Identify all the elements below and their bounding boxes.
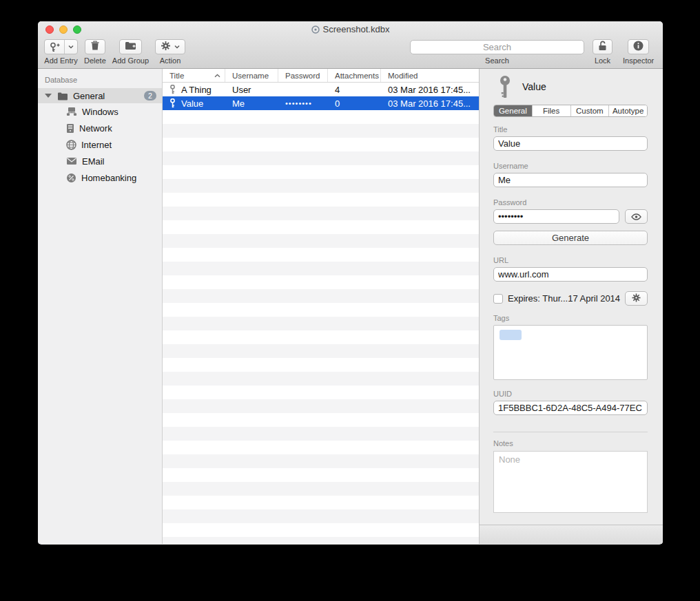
inspector-label: Inspector [623,56,654,65]
action-button[interactable] [155,39,185,54]
password-label: Password [493,198,648,207]
inspector-footer [480,525,663,544]
column-header-password[interactable]: Password [278,69,328,82]
sidebar: Database General 2 Windows Network [38,69,163,544]
expiry-settings-button[interactable] [625,291,648,306]
tags-box[interactable] [493,325,648,380]
key-icon [497,75,513,98]
tab-general[interactable]: General [494,105,533,116]
action-label: Action [160,56,181,65]
add-group-label: Add Group [112,56,149,65]
expires-label: Expires: Thur...17 April 2014 [508,293,625,304]
entry-modified: 03 Mar 2016 17:45... [381,98,479,109]
entry-modified: 03 Mar 2016 17:45... [381,85,479,95]
delete-item: Delete [84,39,106,65]
url-label: URL [493,256,648,264]
add-entry-label: Add Entry [44,56,77,65]
title-field[interactable] [493,136,648,151]
table-row[interactable]: A Thing User 4 03 Mar 2016 17:45... [163,83,479,96]
lock-label: Lock [595,56,610,65]
column-header-modified[interactable]: Modified [381,69,479,82]
folder-icon [57,92,68,101]
generate-button[interactable]: Generate [493,231,648,245]
homebanking-group-icon [66,173,76,183]
expires-checkbox[interactable] [493,294,503,304]
entry-attachments: 4 [328,85,381,95]
sidebar-item-label: Windows [82,107,119,117]
sidebar-item-general[interactable]: General 2 [38,88,162,103]
add-group-button[interactable] [119,39,142,54]
uuid-label: UUID [493,390,648,398]
search-input[interactable] [410,40,584,54]
titlebar: Screenshot.kdbx [38,21,663,38]
content: Database General 2 Windows Network [38,69,663,544]
add-entry-dropdown[interactable] [64,40,77,54]
inspector-button[interactable] [628,39,649,54]
search-item: Search [410,40,584,65]
title-label: Title [493,125,648,134]
gear-icon [161,41,171,54]
delete-button[interactable] [85,39,105,54]
document-icon [311,25,320,36]
entry-table: Title Username Password Attachments Modi… [163,69,479,544]
tag-pill[interactable] [500,330,522,340]
url-field[interactable] [493,267,648,282]
eye-icon [631,211,641,223]
sidebar-item-label: General [73,91,144,101]
uuid-field[interactable] [493,401,648,415]
section-divider [493,432,648,432]
column-header-username[interactable]: Username [225,69,278,82]
password-field[interactable] [493,209,619,224]
notes-label: Notes [493,439,648,447]
reveal-password-button[interactable] [625,209,648,224]
email-group-icon [66,157,77,165]
sidebar-item-label: Homebanking [81,173,136,183]
column-header-title[interactable]: Title [163,69,225,82]
entry-title: Value [181,98,203,109]
sidebar-item-label: Internet [81,140,112,150]
tab-files[interactable]: Files [533,105,571,116]
table-body: A Thing User 4 03 Mar 2016 17:45... Valu… [163,83,479,544]
table-row-selected[interactable]: Value Me •••••••• 0 03 Mar 2016 17:45... [163,96,479,110]
info-icon [633,41,644,54]
entry-attachments: 0 [328,98,381,109]
sidebar-section-header: Database [38,69,162,88]
add-entry-button[interactable] [44,39,78,54]
search-label: Search [485,56,509,65]
username-field[interactable] [493,173,648,187]
disclosure-triangle-icon[interactable] [45,94,52,98]
windows-group-icon [66,107,77,116]
lock-open-icon [598,41,607,54]
tab-autotype[interactable]: Autotype [609,105,647,116]
action-item: Action [155,39,185,65]
screen: Screenshot.kdbx Add Entry [0,0,700,601]
network-group-icon [66,123,74,134]
lock-button[interactable] [593,39,612,54]
column-header-attachments[interactable]: Attachments [328,69,381,82]
sidebar-item-homebanking[interactable]: Homebanking [38,169,162,186]
folder-plus-icon [125,41,136,53]
trash-icon [90,41,100,54]
entry-password: •••••••• [278,99,328,107]
inspector-item: Inspector [623,39,654,65]
toolbar: Add Entry Delete A [38,38,663,69]
chevron-down-icon [174,45,180,49]
entry-username: User [225,85,278,95]
notes-field[interactable] [493,451,648,513]
entry-title: A Thing [181,85,212,95]
table-header: Title Username Password Attachments Modi… [163,69,479,83]
internet-group-icon [66,140,76,150]
sidebar-item-windows[interactable]: Windows [38,103,162,120]
sidebar-item-network[interactable]: Network [38,120,162,136]
inspector-header: Value [493,74,648,99]
sidebar-item-email[interactable]: EMail [38,153,162,169]
gear-icon [632,293,641,305]
key-plus-icon[interactable] [45,40,64,54]
tab-custom[interactable]: Custom [571,105,610,116]
entry-count-badge: 2 [144,91,156,101]
sidebar-item-label: Network [79,123,112,134]
key-icon [169,85,176,94]
key-icon [169,98,176,108]
inspector-tabs: General Files Custom Autotype [493,105,648,117]
sidebar-item-internet[interactable]: Internet [38,136,162,153]
